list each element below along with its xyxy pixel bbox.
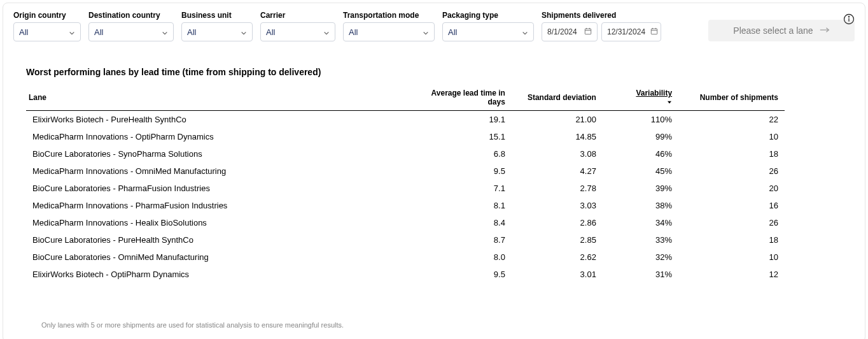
- carrier-select[interactable]: All: [260, 22, 335, 41]
- svg-rect-3: [585, 29, 591, 34]
- chevron-down-icon: [241, 29, 247, 35]
- col-header-lead-time[interactable]: Average lead time in days: [405, 85, 512, 111]
- table-row[interactable]: BioCure Laboratories - PharmaFusion Indu…: [26, 180, 785, 197]
- table-title: Worst performing lanes by lead time (tim…: [26, 67, 785, 77]
- table-row[interactable]: BioCure Laboratories - PureHealth SynthC…: [26, 231, 785, 249]
- cell-variability: 32%: [603, 249, 678, 266]
- cell-lead-time: 9.5: [405, 266, 512, 283]
- col-header-std-dev[interactable]: Standard deviation: [512, 85, 603, 111]
- col-header-variability[interactable]: Variability: [603, 85, 678, 111]
- cell-shipments: 26: [678, 162, 785, 180]
- table-row[interactable]: ElixirWorks Biotech - OptiPharm Dynamics…: [26, 266, 785, 283]
- cell-lead-time: 8.4: [405, 214, 512, 231]
- cell-std-dev: 14.85: [512, 128, 603, 145]
- table-row[interactable]: BioCure Laboratories - OmniMed Manufactu…: [26, 249, 785, 266]
- select-value: All: [448, 27, 457, 37]
- table-footnote: Only lanes with 5 or more shipments are …: [26, 321, 785, 329]
- filter-label: Business unit: [181, 11, 253, 20]
- filter-business-unit: Business unit All: [181, 11, 253, 41]
- header-text: Variability: [636, 89, 672, 97]
- filter-origin-country: Origin country All: [13, 11, 81, 41]
- cell-lead-time: 6.8: [405, 145, 512, 162]
- cell-variability: 45%: [603, 162, 678, 180]
- table-row[interactable]: MedicaPharm Innovations - OmniMed Manufa…: [26, 162, 785, 180]
- cell-std-dev: 3.03: [512, 197, 603, 214]
- cell-variability: 46%: [603, 145, 678, 162]
- cell-variability: 33%: [603, 231, 678, 249]
- cell-shipments: 18: [678, 231, 785, 249]
- button-label: Please select a lane: [733, 25, 813, 36]
- table-row[interactable]: MedicaPharm Innovations - PharmaFusion I…: [26, 197, 785, 214]
- cell-lane: ElixirWorks Biotech - PureHealth SynthCo: [26, 111, 405, 129]
- select-value: All: [266, 27, 275, 37]
- cell-shipments: 10: [678, 128, 785, 145]
- cell-lead-time: 19.1: [405, 111, 512, 129]
- cell-lane: BioCure Laboratories - OmniMed Manufactu…: [26, 249, 405, 266]
- filters-row: Origin country All Destination country A…: [13, 11, 855, 41]
- cell-variability: 31%: [603, 266, 678, 283]
- table-row[interactable]: MedicaPharm Innovations - Healix BioSolu…: [26, 214, 785, 231]
- svg-point-2: [848, 17, 849, 17]
- filter-label: Origin country: [13, 11, 81, 20]
- chevron-down-icon: [423, 29, 429, 35]
- info-icon[interactable]: [843, 13, 855, 27]
- cell-variability: 34%: [603, 214, 678, 231]
- filter-packaging-type: Packaging type All: [442, 11, 534, 41]
- chevron-down-icon: [69, 29, 75, 35]
- select-value: All: [94, 27, 103, 37]
- cell-variability: 99%: [603, 128, 678, 145]
- transport-mode-select[interactable]: All: [343, 22, 435, 41]
- cell-std-dev: 2.85: [512, 231, 603, 249]
- cell-lane: MedicaPharm Innovations - PharmaFusion I…: [26, 197, 405, 214]
- date-from-input[interactable]: 8/1/2024: [542, 22, 598, 41]
- cell-lane: MedicaPharm Innovations - Healix BioSolu…: [26, 214, 405, 231]
- table-section: Worst performing lanes by lead time (tim…: [13, 67, 855, 329]
- svg-rect-7: [651, 29, 657, 34]
- col-header-shipments[interactable]: Number of shipments: [678, 85, 785, 111]
- packaging-type-select[interactable]: All: [442, 22, 534, 41]
- table-row[interactable]: ElixirWorks Biotech - PureHealth SynthCo…: [26, 111, 785, 129]
- filter-label: Transportation mode: [343, 11, 435, 20]
- cell-variability: 110%: [603, 111, 678, 129]
- cell-std-dev: 3.08: [512, 145, 603, 162]
- cell-shipments: 26: [678, 214, 785, 231]
- cell-std-dev: 2.78: [512, 180, 603, 197]
- dashboard-card: Origin country All Destination country A…: [3, 3, 865, 339]
- origin-country-select[interactable]: All: [13, 22, 81, 41]
- select-lane-button[interactable]: Please select a lane: [708, 20, 855, 41]
- cell-std-dev: 21.00: [512, 111, 603, 129]
- filter-destination-country: Destination country All: [88, 11, 174, 41]
- chevron-down-icon: [522, 29, 528, 35]
- filter-label: Carrier: [260, 11, 335, 20]
- cell-shipments: 12: [678, 266, 785, 283]
- col-header-lane[interactable]: Lane: [26, 85, 405, 111]
- filter-label: Destination country: [88, 11, 174, 20]
- cell-lead-time: 8.1: [405, 197, 512, 214]
- cell-std-dev: 4.27: [512, 162, 603, 180]
- destination-country-select[interactable]: All: [88, 22, 174, 41]
- cell-shipments: 16: [678, 197, 785, 214]
- date-to-input[interactable]: 12/31/2024: [601, 22, 661, 41]
- cell-shipments: 18: [678, 145, 785, 162]
- table-row[interactable]: BioCure Laboratories - SynoPharma Soluti…: [26, 145, 785, 162]
- select-value: All: [349, 27, 358, 37]
- cell-lead-time: 9.5: [405, 162, 512, 180]
- lanes-table: Lane Average lead time in days Standard …: [26, 85, 785, 283]
- cell-lane: ElixirWorks Biotech - OptiPharm Dynamics: [26, 266, 405, 283]
- cell-std-dev: 2.62: [512, 249, 603, 266]
- date-value: 8/1/2024: [547, 27, 577, 36]
- business-unit-select[interactable]: All: [181, 22, 253, 41]
- chevron-down-icon: [323, 29, 330, 35]
- date-value: 12/31/2024: [607, 27, 645, 36]
- cell-lead-time: 7.1: [405, 180, 512, 197]
- cell-shipments: 10: [678, 249, 785, 266]
- cell-lead-time: 15.1: [405, 128, 512, 145]
- table-row[interactable]: MedicaPharm Innovations - OptiPharm Dyna…: [26, 128, 785, 145]
- cell-lane: MedicaPharm Innovations - OptiPharm Dyna…: [26, 128, 405, 145]
- cell-lane: BioCure Laboratories - PureHealth SynthC…: [26, 231, 405, 249]
- cell-std-dev: 3.01: [512, 266, 603, 283]
- cell-lead-time: 8.7: [405, 231, 512, 249]
- filter-transportation-mode: Transportation mode All: [343, 11, 435, 41]
- calendar-icon: [584, 27, 592, 37]
- cell-shipments: 20: [678, 180, 785, 197]
